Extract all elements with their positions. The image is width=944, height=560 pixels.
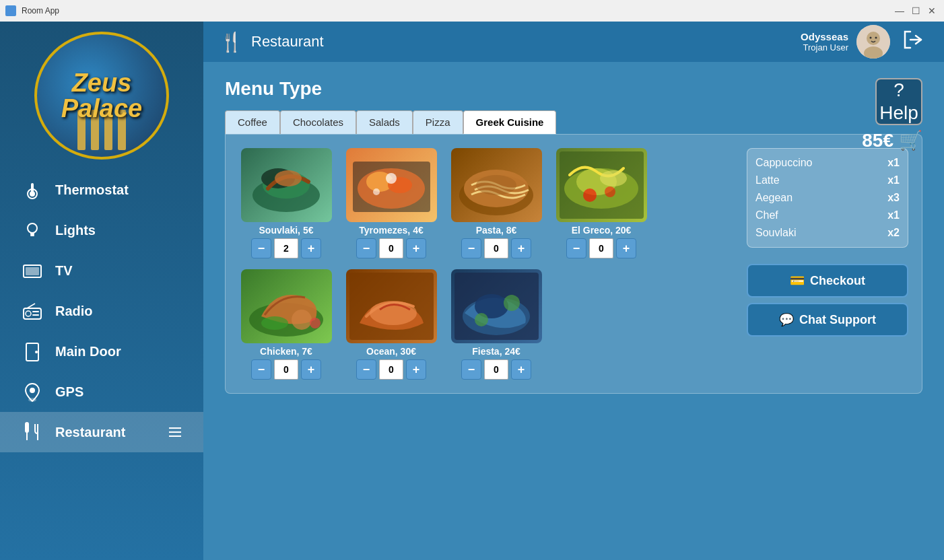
logout-button[interactable] [898,25,928,59]
gps-label: GPS [55,384,83,400]
svg-point-24 [867,32,880,45]
qty-decrease-fiesta[interactable]: − [461,359,481,380]
menu-tabs: Coffee Chocolates Salads Pizza Greek Cui… [225,110,922,134]
food-item-chicken: Chicken, 7€ − 0 + [239,269,333,380]
qty-decrease-ocean[interactable]: − [356,359,376,380]
radio-label: Radio [55,304,93,319]
order-name-chef: Chef [755,209,778,221]
sidebar: Zeus Palace Thermostat [0,22,203,560]
qty-control-elgreco: − 0 + [566,238,636,258]
sidebar-item-gps[interactable]: GPS [0,372,203,412]
food-label-pasta: Pasta, 8€ [476,225,517,236]
svg-point-32 [275,170,302,186]
qty-control-ocean: − 0 + [356,359,426,380]
logo-circle: Zeus Palace [34,32,169,160]
tab-greek-cuisine[interactable]: Greek Cuisine [463,110,557,134]
qty-value-fiesta: 0 [484,359,508,380]
qty-increase-elgreco[interactable]: + [616,238,636,258]
order-name-souvlaki: Souvlaki [755,227,796,239]
titlebar: Room App — ☐ ✕ [0,0,944,22]
help-button[interactable]: ? Help [875,78,922,125]
lights-icon [20,218,44,242]
food-image-pasta [451,148,542,222]
qty-value-ocean: 0 [379,359,403,380]
minimize-button[interactable]: — [893,4,906,18]
svg-point-3 [28,223,37,233]
food-label-fiesta: Fiesta, 24€ [472,346,520,357]
order-qty-chef: x1 [887,209,900,221]
sidebar-item-radio[interactable]: Radio [0,291,203,331]
thermostat-icon [20,178,44,202]
maximize-button[interactable]: ☐ [909,4,922,18]
food-image-souvlaki [241,148,332,222]
qty-decrease-tyromezes[interactable]: − [356,238,376,258]
order-panel: Cappuccino x1 Latte x1 Aegean x3 Chef x1 [747,148,908,248]
sidebar-item-maindoor[interactable]: Main Door [0,331,203,372]
sidebar-item-tv[interactable]: TV [0,250,203,291]
qty-value-tyromezes: 0 [379,238,403,258]
qty-decrease-souvlaki[interactable]: − [251,238,271,258]
header-right: Odysseas Trojan User [801,25,928,59]
app-title: Room App [22,6,887,15]
qty-increase-tyromezes[interactable]: + [406,238,426,258]
svg-rect-11 [32,314,39,316]
restaurant-label: Restaurant [55,425,125,440]
sidebar-item-lights[interactable]: Lights [0,210,203,250]
content-area: Menu Type ? Help 85€ 🛒 Coffee Chocolates… [203,62,944,560]
svg-point-37 [386,173,397,184]
close-button[interactable]: ✕ [925,4,939,18]
qty-increase-souvlaki[interactable]: + [301,238,321,258]
svg-point-47 [605,186,615,197]
qty-value-chicken: 0 [274,359,298,380]
qty-increase-ocean[interactable]: + [406,359,426,380]
svg-rect-2 [31,183,34,193]
checkout-button[interactable]: 💳 Checkout [747,264,908,298]
restaurant-header-icon: 🍴 [220,31,243,53]
logo-area: Zeus Palace [28,28,176,163]
user-role: Trojan User [801,42,848,53]
chat-icon: 💬 [779,312,794,327]
maindoor-label: Main Door [55,344,121,359]
tab-coffee[interactable]: Coffee [225,110,280,134]
sidebar-item-restaurant[interactable]: Restaurant [0,412,203,452]
qty-increase-chicken[interactable]: + [301,359,321,380]
svg-point-49 [292,310,312,330]
qty-value-elgreco: 0 [589,238,613,258]
food-label-elgreco: El Greco, 20€ [572,225,632,236]
svg-rect-5 [30,235,34,236]
qty-control-tyromezes: − 0 + [356,238,426,258]
tab-pizza[interactable]: Pizza [413,110,463,134]
checkout-label: Checkout [810,274,865,288]
food-item-tyromezes: Tyromezes, 4€ − 0 + [344,148,438,258]
qty-increase-fiesta[interactable]: + [511,359,531,380]
tab-chocolates[interactable]: Chocolates [280,110,356,134]
cart-total-value: 85€ [862,130,894,151]
svg-point-50 [261,316,288,330]
qty-control-chicken: − 0 + [251,359,321,380]
app-icon [5,5,16,16]
help-label: Help [879,102,918,124]
order-row-aegean: Aegean x3 [755,192,900,204]
menu-panel: Souvlaki, 5€ − 2 + [225,134,922,394]
order-row-chef: Chef x1 [755,209,900,221]
svg-point-46 [583,188,597,202]
svg-point-38 [373,188,380,195]
qty-decrease-pasta[interactable]: − [461,238,481,258]
lights-label: Lights [55,223,96,238]
chat-support-button[interactable]: 💬 Chat Support [747,303,908,337]
user-avatar [856,25,890,59]
svg-point-16 [30,388,35,393]
header: 🍴 Restaurant Odysseas Trojan User [203,22,944,62]
svg-point-26 [870,37,872,39]
qty-decrease-chicken[interactable]: − [251,359,271,380]
tab-salads[interactable]: Salads [356,110,413,134]
action-buttons: 💳 Checkout 💬 Chat Support [747,264,908,337]
gps-icon [20,380,44,404]
cart-icon: 🛒 [899,129,922,151]
food-grid: Souvlaki, 5€ − 2 + [239,148,725,380]
order-name-latte: Latte [755,174,780,186]
qty-decrease-elgreco[interactable]: − [566,238,586,258]
food-item-ocean: Ocean, 30€ − 0 + [344,269,438,380]
qty-increase-pasta[interactable]: + [511,238,531,258]
sidebar-item-thermostat[interactable]: Thermostat [0,170,203,210]
